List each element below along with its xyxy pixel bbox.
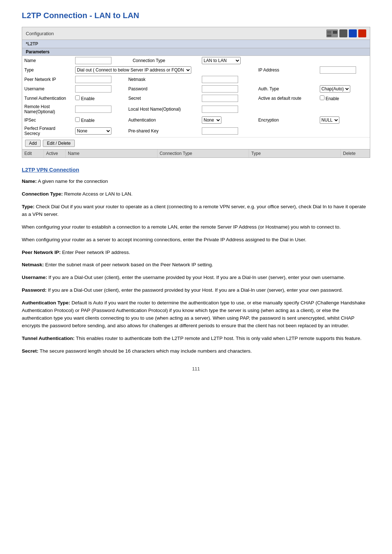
checkbox-tunnel-auth-cell: Enable <box>73 94 125 103</box>
active-default-route-checkbox[interactable] <box>320 95 324 100</box>
empty-cell-3 <box>255 75 317 84</box>
input-netmask-cell <box>200 75 255 84</box>
netmask-input[interactable] <box>202 76 238 83</box>
paragraph-auth-type: Authentication Type: Default is Auto if … <box>22 299 370 330</box>
param-table: Name Connection Type LAN to LAN Remote A… <box>22 56 370 137</box>
active-default-route-enable-label: Enable <box>326 96 339 101</box>
paragraph-netmask: Netmask: Enter the subnet mask of peer n… <box>22 261 370 269</box>
buttons-row: Add Edit / Delete <box>22 137 370 149</box>
svg-rect-2 <box>333 31 337 34</box>
empty-cell-1 <box>255 56 317 65</box>
term-type: Type: <box>22 204 34 209</box>
ip-address-input[interactable] <box>320 66 356 74</box>
config-header-title: Configuration <box>26 31 54 36</box>
connection-type-select[interactable]: LAN to LAN Remote Access <box>202 57 241 64</box>
auth-type-select[interactable]: Chap(Auto) CHAP PAP <box>320 85 350 93</box>
form-row-4: Username Password Auth. Type Chap(Auto) … <box>22 84 370 94</box>
label-connection-type: Connection Type <box>125 56 200 65</box>
label-password: Password <box>125 84 200 94</box>
label-local-host: Local Host Name(Optional) <box>125 103 200 115</box>
paragraph-private-ip: When configuring your router as a server… <box>22 236 370 244</box>
text-password: If you are a Dial-Out user (client), ent… <box>48 287 343 293</box>
type-select[interactable]: Dial out ( Connect to below Server IP ad… <box>75 66 191 74</box>
label-ip-address: IP Address <box>255 65 317 75</box>
empty-cell-6 <box>318 103 370 115</box>
remote-host-input[interactable] <box>75 106 111 113</box>
list-header-edit: Edit <box>22 149 44 157</box>
checkbox-ipsec-cell: Enable <box>73 115 125 125</box>
label-type: Type <box>22 65 73 75</box>
form-row-2: Type Dial out ( Connect to below Server … <box>22 65 370 75</box>
tunnel-auth-checkbox[interactable] <box>75 95 80 100</box>
l2tp-vpn-connection-link[interactable]: L2TP VPN Connection <box>22 167 370 173</box>
paragraph-tunnel-auth: Tunnel Authentication: This enables rout… <box>22 335 370 342</box>
encryption-select[interactable]: NULL DES 3DES AES <box>320 116 339 124</box>
page-number: 111 <box>22 366 370 372</box>
text-netmask: Enter the subnet mask of peer network ba… <box>45 262 213 267</box>
label-active-default-route: Active as default route <box>255 94 317 103</box>
preshared-key-input[interactable] <box>202 127 238 135</box>
label-auth-type: Auth. Type <box>255 84 317 94</box>
text-peer-network-ip: Enter Peer network IP address. <box>62 250 130 255</box>
term-netmask: Netmask: <box>22 262 44 267</box>
svg-rect-1 <box>327 34 331 37</box>
label-secret: Secret <box>125 94 200 103</box>
term-tunnel-auth: Tunnel Authentication: <box>22 336 74 341</box>
paragraph-username: Username: If you are a Dial-Out user (cl… <box>22 274 370 282</box>
connect-icon <box>349 29 357 37</box>
local-host-input[interactable] <box>202 106 238 113</box>
label-tunnel-auth: Tunnel Authentication <box>22 94 73 103</box>
label-username: Username <box>22 84 73 94</box>
name-input[interactable] <box>75 57 111 64</box>
text-secret: The secure password length should be 16 … <box>40 348 252 354</box>
pfs-select[interactable]: None Group 1 Group 2 <box>75 127 111 135</box>
paragraph-secret: Secret: The secure password length shoul… <box>22 348 370 355</box>
text-auth-type: Default is Auto if you want the router t… <box>22 300 365 328</box>
peer-network-ip-input[interactable] <box>75 76 111 83</box>
text-type: Check Dial Out if you want your router t… <box>22 204 366 217</box>
input-local-host-cell <box>200 103 255 115</box>
label-preshared-key: Pre-shared Key <box>125 125 200 137</box>
select-authentication-cell: None MD5 SHA1 <box>200 115 255 125</box>
label-remote-host: Remote Host Name(Optional) <box>22 103 73 115</box>
add-button[interactable]: Add <box>25 140 41 147</box>
configuration-box: Configuration *L2TP Parameters Name <box>22 27 370 158</box>
paragraph-connection-type: Connection Type: Remote Access or LAN to… <box>22 190 370 198</box>
select-connection-type-cell: LAN to LAN Remote Access <box>200 56 255 65</box>
list-header-name: Name <box>66 149 158 157</box>
username-input[interactable] <box>75 85 111 93</box>
paragraph-name: Name: A given name for the connection <box>22 178 370 185</box>
form-row-8: Perfect Forward Secrecy None Group 1 Gro… <box>22 125 370 137</box>
input-peer-network-ip-cell <box>73 75 125 84</box>
config-header: Configuration <box>22 27 370 40</box>
authentication-select[interactable]: None MD5 SHA1 <box>202 116 221 124</box>
term-peer-network-ip: Peer Network IP: <box>22 250 61 255</box>
page-title: L2TP Connection - LAN to LAN <box>22 11 370 20</box>
list-header-delete: Delete <box>341 149 370 157</box>
form-row-1: Name Connection Type LAN to LAN Remote A… <box>22 56 370 65</box>
label-pfs: Perfect Forward Secrecy <box>22 125 73 137</box>
text-private-ip: When configuring your router as a server… <box>22 237 306 242</box>
secret-input[interactable] <box>202 95 238 102</box>
term-auth-type: Authentication Type: <box>22 300 70 305</box>
label-netmask: Netmask <box>125 75 200 84</box>
term-name: Name: <box>22 178 37 184</box>
select-encryption-cell: NULL DES 3DES AES <box>318 115 370 125</box>
network-svg-icon <box>326 29 338 37</box>
input-preshared-key-cell <box>200 125 255 137</box>
empty-cell-8 <box>318 125 370 137</box>
form-row-3: Peer Network IP Netmask <box>22 75 370 84</box>
input-username-cell <box>73 84 125 94</box>
password-input[interactable] <box>202 85 238 93</box>
select-auth-type-cell: Chap(Auto) CHAP PAP <box>318 84 370 94</box>
list-header-connection-type: Connection Type <box>158 149 249 157</box>
paragraph-type: Type: Check Dial Out if you want your ro… <box>22 203 370 218</box>
label-authentication: Authentication <box>125 115 200 125</box>
select-pfs-cell: None Group 1 Group 2 <box>73 125 125 137</box>
edit-delete-button[interactable]: Edit / Delete <box>43 140 74 147</box>
ipsec-checkbox[interactable] <box>75 117 80 122</box>
paragraph-remote-lan: When configuring your router to establis… <box>22 223 370 231</box>
term-username: Username: <box>22 275 47 280</box>
text-name: A given name for the connection <box>38 178 108 184</box>
checkbox-active-default-route-cell: Enable <box>318 94 370 103</box>
